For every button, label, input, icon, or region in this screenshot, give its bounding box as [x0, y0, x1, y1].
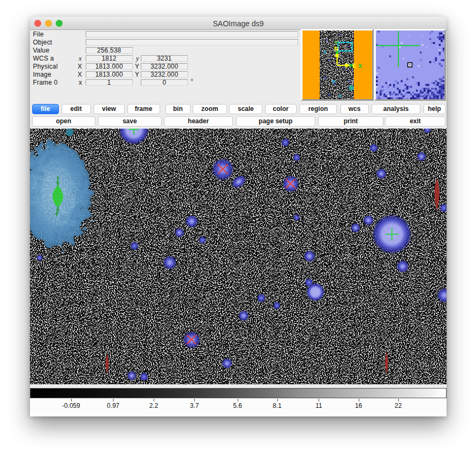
svg-text:Y: Y	[334, 40, 338, 46]
svg-text:E: E	[352, 63, 356, 69]
svg-text:N: N	[334, 46, 338, 52]
svg-text:X: X	[358, 63, 362, 69]
